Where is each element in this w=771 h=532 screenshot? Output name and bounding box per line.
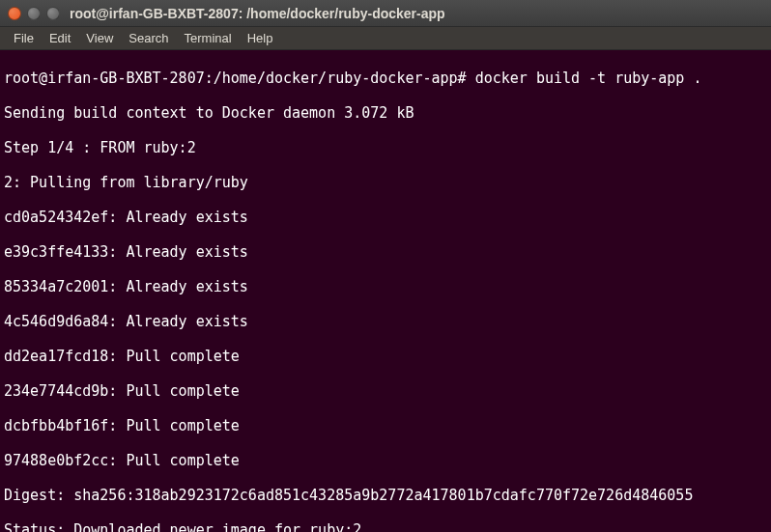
menubar: File Edit View Search Terminal Help xyxy=(0,27,771,50)
terminal-line: 97488e0bf2cc: Pull complete xyxy=(4,452,767,469)
menu-help[interactable]: Help xyxy=(240,31,281,45)
terminal-output[interactable]: root@irfan-GB-BXBT-2807:/home/docker/rub… xyxy=(0,50,771,532)
terminal-line: Sending build context to Docker daemon 3… xyxy=(4,104,767,122)
menu-file[interactable]: File xyxy=(6,31,42,45)
minimize-icon[interactable] xyxy=(27,7,41,20)
menu-search[interactable]: Search xyxy=(121,31,176,45)
window-controls xyxy=(8,7,60,20)
maximize-icon[interactable] xyxy=(46,7,60,20)
titlebar: root@irfan-GB-BXBT-2807: /home/docker/ru… xyxy=(0,0,771,27)
terminal-line: 85334a7c2001: Already exists xyxy=(4,278,767,295)
terminal-line: cd0a524342ef: Already exists xyxy=(4,209,767,226)
terminal-line: dcbfbb4bf16f: Pull complete xyxy=(4,417,767,434)
close-icon[interactable] xyxy=(8,7,21,20)
window-title: root@irfan-GB-BXBT-2807: /home/docker/ru… xyxy=(70,6,445,21)
terminal-line: Digest: sha256:318ab2923172c6ad851c43285… xyxy=(4,487,767,504)
terminal-line: e39c3ffe4133: Already exists xyxy=(4,243,767,261)
terminal-line: root@irfan-GB-BXBT-2807:/home/docker/rub… xyxy=(4,70,767,87)
terminal-line: 234e7744cd9b: Pull complete xyxy=(4,382,767,400)
terminal-line: Step 1/4 : FROM ruby:2 xyxy=(4,139,767,156)
terminal-line: Status: Downloaded newer image for ruby:… xyxy=(4,521,767,532)
menu-edit[interactable]: Edit xyxy=(42,31,78,45)
menu-view[interactable]: View xyxy=(78,31,121,45)
menu-terminal[interactable]: Terminal xyxy=(177,31,240,45)
terminal-line: 2: Pulling from library/ruby xyxy=(4,174,767,191)
terminal-line: dd2ea17fcd18: Pull complete xyxy=(4,348,767,365)
terminal-line: 4c546d9d6a84: Already exists xyxy=(4,313,767,330)
